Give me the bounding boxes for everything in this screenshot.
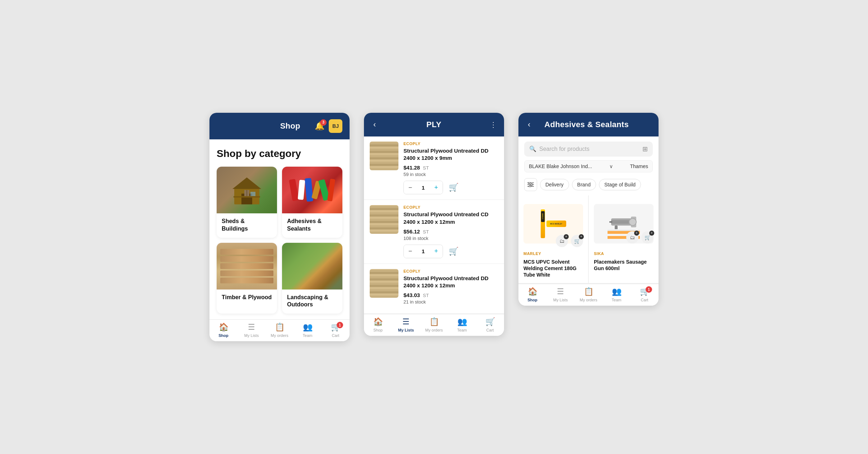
adhesives-image [282,167,342,213]
qty-increase-button[interactable]: + [430,181,443,194]
svg-rect-15 [611,220,631,224]
adhesives-label: Adhesives & Sealants [282,213,342,238]
timber-label: Timber & Plywood [217,289,277,306]
myorders-nav-icon: 📋 [275,323,285,332]
filter-icon-button[interactable] [524,178,537,191]
category-timber[interactable]: Timber & Plywood [217,243,277,314]
nav-mylists[interactable]: ☰ My Lists [392,317,420,332]
nav-myorders-label: My orders [425,328,443,332]
add-to-list-button[interactable]: 🗂 + [556,235,568,247]
category-grid: Sheds & Buildings [217,167,342,314]
product-item: ECOPLY Structural Plywood Untreated CD 2… [364,200,504,263]
adhesives-screen: ‹ Adhesives & Sealants 🔍 Search for prod… [518,113,659,306]
myorders-nav-icon: 📋 [429,317,439,326]
nav-team-label: Team [457,328,467,332]
search-bar[interactable]: 🔍 Search for products ⊞ [524,142,653,157]
sika-product-card[interactable]: 🗂 + 🛒 + SIKA Placemakers Sausage G [589,195,659,283]
ply-back-button[interactable]: ‹ [371,119,378,130]
plus-icon: + [649,231,654,236]
qty-decrease-button[interactable]: − [404,181,417,194]
nav-myorders[interactable]: 📋 My orders [574,287,602,302]
filter-bar: Delivery Brand Stage of Build [518,177,659,195]
mylists-nav-icon: ☰ [557,287,564,296]
nav-myorders[interactable]: 📋 My orders [266,323,294,338]
add-to-cart-button[interactable]: 🛒 [447,245,460,258]
product-item: ECOPLY Structural Plywood Untreated DD 2… [364,136,504,200]
shop-nav-icon: 🏠 [373,317,383,326]
adhesives-back-button[interactable]: ‹ [526,119,532,130]
nav-mylists[interactable]: ☰ My Lists [237,323,266,338]
nav-shop-label: Shop [527,298,537,302]
product-name: Structural Plywood Untreated DD 2400 x 1… [403,275,498,289]
quantity-control: − 1 + [403,245,443,258]
team-nav-icon: 👥 [612,287,622,296]
brand-filter[interactable]: Brand [572,179,596,190]
nav-cart[interactable]: 🛒 Cart [476,317,504,332]
category-sheds[interactable]: Sheds & Buildings [217,167,277,238]
notification-badge: 3 [320,119,327,126]
ply-title: PLY [426,120,442,129]
nav-cart-label: Cart [486,328,494,332]
barcode-icon[interactable]: ⊞ [642,145,648,153]
qty-increase-button[interactable]: + [430,245,443,258]
shop-header: Shop 🔔 3 BJ [209,113,350,139]
nav-shop-label: Shop [373,328,383,332]
quantity-control: − 1 + [403,181,443,194]
svg-point-11 [531,184,533,185]
nav-team[interactable]: 👥 Team [294,323,322,338]
landscaping-img [282,243,342,289]
nav-cart[interactable]: 🛒 1 Cart [631,287,659,302]
timber-stack [217,243,277,289]
timber-plank [220,270,273,276]
category-landscaping[interactable]: Landscaping & Outdoors [282,243,342,314]
nav-shop[interactable]: 🏠 Shop [518,287,546,302]
nav-shop[interactable]: 🏠 Shop [209,323,237,338]
nav-team[interactable]: 👥 Team [602,287,631,302]
marley-product-card[interactable]: MARLEY MCS MARLEY 🗂 + [518,195,588,283]
svg-point-10 [528,182,530,184]
cart-icon: 🛒 [449,247,458,256]
sika-product-name: Placemakers Sausage Gun 600ml [594,259,654,272]
nav-shop[interactable]: 🏠 Shop [364,317,392,332]
nav-mylists[interactable]: ☰ My Lists [546,287,574,302]
product-stock: 21 in stock [403,299,498,305]
timber-image [217,243,277,289]
cart-badge: 1 [646,286,652,293]
category-adhesives[interactable]: Adhesives & Sealants [282,167,342,238]
stage-filter[interactable]: Stage of Build [599,179,641,190]
search-input[interactable]: Search for products [539,146,640,152]
location-name: BLAKE Blake Johnson Ind... [529,163,592,169]
plus-icon: + [634,231,639,236]
landscaping-image [282,243,342,289]
add-to-list-button[interactable]: 🗂 + [626,231,638,244]
svg-rect-18 [609,221,612,223]
nav-myorders[interactable]: 📋 My orders [420,317,448,332]
price-unit: ST [423,229,429,235]
card-actions: 🗂 + 🛒 + [626,231,654,244]
nav-cart[interactable]: 🛒 1 Cart [322,323,350,338]
svg-point-12 [529,185,531,187]
add-to-cart-card-button[interactable]: 🛒 + [571,235,583,247]
ply-menu-button[interactable]: ⋮ [490,120,497,129]
price-value: $43.03 [403,292,420,298]
product-brand: ECOPLY [403,205,498,209]
shop-body: Shop by category [209,139,350,319]
shop-header-actions: 🔔 3 BJ [315,119,342,133]
add-to-cart-button[interactable]: 🛒 [447,181,460,194]
shop-section-title: Shop by category [217,148,342,159]
notification-bell[interactable]: 🔔 3 [315,121,324,131]
user-avatar[interactable]: BJ [329,119,342,133]
product-info: ECOPLY Structural Plywood Untreated CD 2… [403,205,498,258]
delivery-filter[interactable]: Delivery [540,179,569,190]
mylists-nav-icon: ☰ [248,323,255,332]
marley-brand: MARLEY [523,251,583,256]
marley-product-image: MARLEY MCS MARLEY 🗂 + [523,200,583,247]
qty-decrease-button[interactable]: − [404,245,417,258]
svg-rect-6 [234,196,260,198]
add-to-cart-card-button[interactable]: 🛒 + [641,231,654,244]
nav-mylists-label: My Lists [244,333,259,338]
nav-team[interactable]: 👥 Team [448,317,476,332]
sika-product-image: 🗂 + 🛒 + [594,200,654,247]
adhesives-title: Adhesives & Sealants [544,120,629,129]
location-bar[interactable]: BLAKE Blake Johnson Ind... ∨ Thames [524,160,653,172]
